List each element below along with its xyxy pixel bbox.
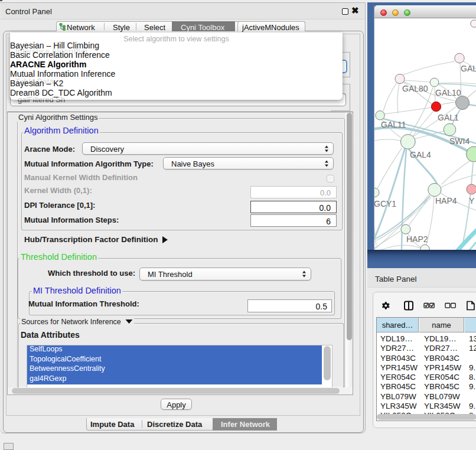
svg-text:GCY1: GCY1 bbox=[374, 199, 396, 208]
svg-text:GAL1: GAL1 bbox=[438, 113, 459, 122]
svg-text:HAP4: HAP4 bbox=[435, 196, 457, 206]
svg-text:GAL4: GAL4 bbox=[410, 150, 431, 159]
svg-text:SWI4: SWI4 bbox=[449, 136, 470, 146]
svg-text:GAL80: GAL80 bbox=[402, 84, 428, 93]
svg-text:GAL11: GAL11 bbox=[381, 120, 406, 129]
svg-text:GAL2: GAL2 bbox=[461, 64, 476, 73]
svg-text:GAL10: GAL10 bbox=[435, 88, 461, 97]
svg-text:Y: Y bbox=[469, 196, 475, 206]
svg-text:HAP2: HAP2 bbox=[406, 234, 428, 244]
